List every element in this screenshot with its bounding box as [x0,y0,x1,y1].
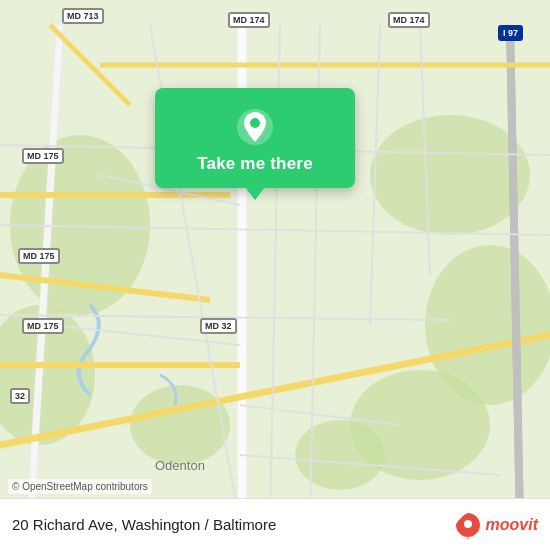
location-pin-icon [236,108,274,146]
take-me-there-label: Take me there [197,154,313,174]
road-badge-i97: I 97 [498,25,523,41]
road-badge-md175-1: MD 175 [22,148,64,164]
road-badge-md32: MD 32 [200,318,237,334]
address-label: 20 Richard Ave, Washington / Baltimore [12,516,454,533]
map-container: Odenton MD 713 MD 174 MD 174 I 97 MD 175… [0,0,550,550]
map-background: Odenton [0,0,550,550]
moovit-label: moovit [486,516,538,534]
road-badge-md174-right: MD 174 [388,12,430,28]
road-badge-32-left: 32 [10,388,30,404]
svg-point-3 [370,115,530,235]
road-badge-md175-3: MD 175 [22,318,64,334]
svg-point-36 [464,520,472,528]
moovit-icon [454,511,482,539]
take-me-there-popup[interactable]: Take me there [155,88,355,188]
bottom-bar: 20 Richard Ave, Washington / Baltimore m… [0,498,550,550]
svg-point-7 [295,420,385,490]
osm-credit: © OpenStreetMap contributors [8,479,152,494]
svg-point-6 [130,385,230,465]
road-badge-md174-top: MD 174 [228,12,270,28]
road-badge-md713: MD 713 [62,8,104,24]
svg-point-35 [250,118,260,128]
moovit-logo: moovit [454,511,538,539]
svg-text:Odenton: Odenton [155,458,205,473]
road-badge-md175-2: MD 175 [18,248,60,264]
